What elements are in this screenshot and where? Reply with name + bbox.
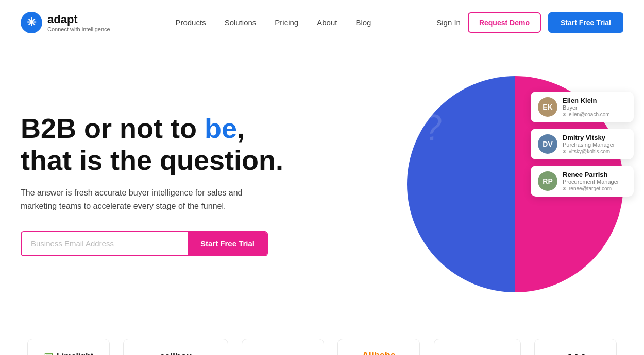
- contact-name-1: Ellen Klein: [563, 97, 626, 104]
- email-icon-2: ✉: [563, 149, 567, 154]
- start-trial-hero-button[interactable]: Start Free Trial: [188, 232, 267, 255]
- alibaba-name: Alibaba: [362, 350, 396, 356]
- contact-email-3: ✉ renee@target.com: [563, 186, 626, 191]
- logo-vendisys: Vendisys.: [242, 339, 324, 355]
- contact-info-1: Ellen Klein Buyer ✉ ellen@coach.com: [563, 97, 626, 117]
- start-trial-nav-button[interactable]: Start Free Trial: [548, 12, 623, 33]
- contact-role-2: Purchasing Manager: [563, 141, 626, 148]
- contact-avatar-2: DV: [538, 134, 557, 154]
- nav-products[interactable]: Products: [175, 18, 206, 27]
- hero-right: ? EK Ellen Klein Buyer ✉ ellen@coach.com…: [283, 76, 623, 292]
- nav-solutions[interactable]: Solutions: [225, 18, 257, 27]
- heading-line2: that is the question.: [21, 145, 283, 175]
- contact-card-3: RP Renee Parrish Procurement Manager ✉ r…: [531, 166, 634, 197]
- contact-email-2: ✉ vitsky@kohls.com: [563, 149, 626, 154]
- email-input[interactable]: [22, 232, 188, 255]
- limelight-name: Limelight: [57, 352, 93, 355]
- logo-ai4: Ai4: [534, 339, 617, 355]
- contact-name-2: Dmitry Vitsky: [563, 134, 626, 141]
- logo-alibaba: Alibaba Group: [337, 339, 420, 355]
- hero-form: Start Free Trial: [21, 231, 268, 256]
- hero-section: B2B or not to be, that is the question. …: [0, 45, 644, 313]
- contact-role-3: Procurement Manager: [563, 179, 626, 185]
- contact-cards: EK Ellen Klein Buyer ✉ ellen@coach.com D…: [531, 92, 634, 197]
- request-demo-button[interactable]: Request Demo: [468, 12, 541, 33]
- contact-name-3: Renee Parrish: [563, 171, 626, 179]
- logo-limelight: ▣ Limelight NETWORKS: [27, 339, 110, 355]
- ai4-name: Ai4: [565, 351, 586, 356]
- navbar: ✳ adapt Connect with intelligence Produc…: [0, 0, 644, 45]
- logo-icon: ✳: [21, 12, 42, 33]
- contact-info-3: Renee Parrish Procurement Manager ✉ rene…: [563, 171, 626, 191]
- nav-pricing[interactable]: Pricing: [275, 18, 298, 27]
- heading-comma: ,: [237, 113, 245, 144]
- hero-heading: B2B or not to be, that is the question.: [21, 112, 283, 176]
- nav-actions: Sign In Request Demo Start Free Trial: [436, 12, 623, 33]
- brand-name: adapt: [47, 13, 110, 26]
- logos-strip: ▣ Limelight NETWORKS callbox LEAD MANAGE…: [0, 323, 644, 355]
- vendisys-name: Vendisys.: [259, 353, 307, 356]
- logo-callbox: callbox LEAD MANAGEMENT SOLUTIONS: [123, 339, 228, 355]
- contact-card-2: DV Dmitry Vitsky Purchasing Manager ✉ vi…: [531, 129, 634, 159]
- callbox-name: callbox: [139, 351, 212, 355]
- contact-avatar-1: EK: [538, 97, 557, 117]
- signin-link[interactable]: Sign In: [436, 18, 461, 27]
- limelight-icon: ▣: [44, 350, 54, 355]
- email-icon-3: ✉: [563, 186, 567, 191]
- contact-card-1: EK Ellen Klein Buyer ✉ ellen@coach.com: [531, 92, 634, 122]
- contact-avatar-3: RP: [538, 171, 557, 191]
- heading-highlight: be: [205, 113, 237, 144]
- email-icon-1: ✉: [563, 112, 567, 117]
- contact-email-1: ✉ ellen@coach.com: [563, 112, 626, 117]
- contact-role-1: Buyer: [563, 104, 626, 111]
- contact-info-2: Dmitry Vitsky Purchasing Manager ✉ vitsk…: [563, 134, 626, 154]
- nav-about[interactable]: About: [317, 18, 337, 27]
- logo-autotix: 🛡 AU1OTIX: [434, 339, 521, 355]
- heading-part1: B2B or not to: [21, 113, 205, 144]
- hero-left: B2B or not to be, that is the question. …: [21, 112, 283, 256]
- nav-blog[interactable]: Blog: [355, 18, 371, 27]
- nav-links: Products Solutions Pricing About Blog: [175, 18, 371, 27]
- brand-tagline: Connect with intelligence: [47, 26, 110, 32]
- hero-subtext: The answer is fresh accurate buyer intel…: [21, 186, 258, 212]
- logo-link[interactable]: ✳ adapt Connect with intelligence: [21, 12, 110, 33]
- question-marks-decoration: ?: [419, 105, 446, 150]
